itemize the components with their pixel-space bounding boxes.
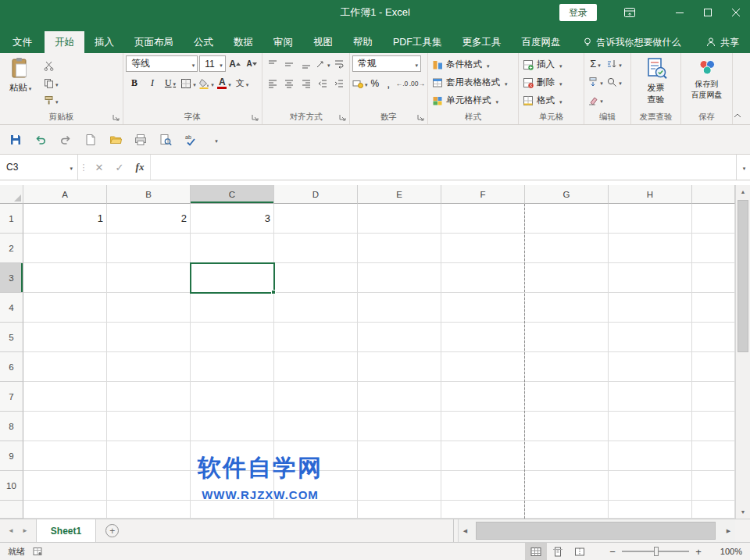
scroll-up-button[interactable]: ▲ [736,185,750,198]
accounting-format-button[interactable] [352,75,368,91]
share-button[interactable]: 共享 [705,31,739,53]
cell-F6[interactable] [441,352,525,382]
cell-C7[interactable] [191,382,274,412]
cell-B4[interactable] [107,293,191,323]
cell-G8[interactable] [525,412,609,441]
page-break-preview-button[interactable] [569,543,591,560]
cell-F8[interactable] [441,412,525,441]
cell-E1[interactable] [358,204,441,234]
cell-B8[interactable] [107,412,191,441]
cell-partial-8[interactable] [692,412,735,441]
cell-F7[interactable] [441,382,525,412]
align-left-button[interactable] [265,75,280,91]
invoice-check-button[interactable]: 发票 查验 [634,55,678,111]
alignment-dialog-launcher[interactable] [338,113,347,122]
cell-A8[interactable] [23,412,107,441]
save-to-baidu-netdisk-button[interactable]: 保存到 百度网盘 [684,55,730,111]
cell-B7[interactable] [107,382,191,412]
cancel-entry-button[interactable]: ✕ [89,155,109,180]
cell-G6[interactable] [525,352,609,382]
scroll-right-button[interactable]: ▶ [722,519,735,542]
cell-E2[interactable] [358,234,441,263]
cell-partial-6[interactable] [692,352,735,382]
cell-F5[interactable] [441,323,525,352]
cell-A1[interactable]: 1 [23,204,107,234]
orientation-button[interactable] [315,55,330,72]
cell-E3[interactable] [358,263,441,293]
tell-me-box[interactable]: 告诉我你想要做什么 [582,31,681,53]
print-preview-button[interactable] [158,131,173,148]
column-header-G[interactable]: G [525,185,609,204]
zoom-out-button[interactable]: − [605,546,620,558]
tab-view[interactable]: 视图 [303,31,343,53]
column-header-D[interactable]: D [274,185,358,204]
cell-A5[interactable] [23,323,107,352]
row-header-partial[interactable] [0,501,23,519]
cell-H10[interactable] [609,471,692,501]
cell-E4[interactable] [358,293,441,323]
macro-record-icon[interactable] [33,547,42,556]
cell-partial-1[interactable] [692,204,735,234]
horizontal-scroll-track[interactable] [472,519,722,542]
cell-G-partial[interactable] [525,501,609,519]
selection-box[interactable] [190,262,275,294]
cell-H8[interactable] [609,412,692,441]
cell-A6[interactable] [23,352,107,382]
row-header-1[interactable]: 1 [0,204,23,234]
align-top-button[interactable] [265,55,280,72]
column-header-B[interactable]: B [107,185,191,204]
tab-more-tools[interactable]: 更多工具 [452,31,512,53]
cell-partial-4[interactable] [692,293,735,323]
tab-review[interactable]: 审阅 [263,31,303,53]
cell-B-partial[interactable] [107,501,191,519]
row-header-3[interactable]: 3 [0,263,23,293]
number-format-combo[interactable]: 常规 [352,55,421,72]
row-header-2[interactable]: 2 [0,234,23,263]
insert-function-button[interactable]: fx [130,155,150,180]
cell-D3[interactable] [274,263,358,293]
cell-E10[interactable] [358,471,441,501]
cell-H3[interactable] [609,263,692,293]
cell-D1[interactable] [274,204,358,234]
cell-B5[interactable] [107,323,191,352]
cell-partial-2[interactable] [692,234,735,263]
insert-cells-button[interactable]: 插入 [521,55,581,73]
font-dialog-launcher[interactable] [251,113,259,122]
cell-G4[interactable] [525,293,609,323]
row-header-10[interactable]: 10 [0,471,23,501]
cell-H-partial[interactable] [609,501,692,519]
cell-F1[interactable] [441,204,525,234]
cell-F2[interactable] [441,234,525,263]
enter-entry-button[interactable]: ✓ [109,155,130,180]
cell-F3[interactable] [441,263,525,293]
zoom-percentage[interactable]: 100% [714,547,750,556]
cell-A4[interactable] [23,293,107,323]
cell-C-partial[interactable] [191,501,274,519]
row-header-9[interactable]: 9 [0,441,23,471]
redo-button[interactable] [58,131,73,148]
wrap-text-button[interactable] [331,55,347,72]
spelling-check-button[interactable]: ab [183,131,198,148]
cell-styles-button[interactable]: 单元格样式 [430,91,516,109]
align-bottom-button[interactable] [298,55,313,72]
tab-file[interactable]: 文件 [0,31,45,53]
row-header-5[interactable]: 5 [0,323,23,352]
format-cells-button[interactable]: 格式 [521,91,581,109]
collapse-ribbon-button[interactable] [733,112,744,121]
column-header-H[interactable]: H [609,185,692,204]
column-header-A[interactable]: A [23,185,107,204]
new-workbook-button[interactable] [83,131,98,148]
normal-view-button[interactable] [525,543,547,560]
tab-page-layout[interactable]: 页面布局 [124,31,184,53]
cell-A7[interactable] [23,382,107,412]
font-color-button[interactable]: A [216,75,233,91]
cell-D10[interactable] [274,471,358,501]
number-dialog-launcher[interactable] [416,113,425,122]
cell-C5[interactable] [191,323,274,352]
phonetic-guide-button[interactable]: 文 [234,75,251,91]
format-painter-button[interactable] [41,92,68,109]
sort-filter-button[interactable] [605,55,623,72]
paste-button[interactable]: 粘贴 [2,55,38,111]
column-header-C[interactable]: C [191,185,274,204]
fill-handle[interactable] [271,290,276,294]
